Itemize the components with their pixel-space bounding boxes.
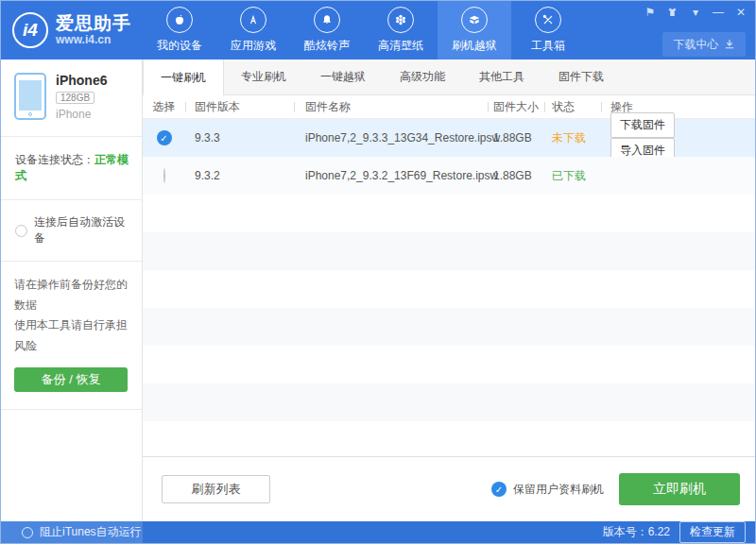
auto-activate-radio[interactable]: [15, 225, 27, 237]
bell-icon: [314, 7, 340, 33]
check-update-button[interactable]: 检查更新: [679, 521, 746, 543]
minimize-button[interactable]: —: [712, 6, 725, 19]
status-bar: 阻止iTunes自动运行 版本号：6.22 检查更新: [1, 521, 755, 543]
device-capacity-badge: 128GB: [56, 92, 94, 104]
firmware-size: 1.88GB: [488, 131, 544, 144]
auto-activate-label: 连接后自动激活设备: [34, 214, 134, 246]
tab-other-tools[interactable]: 其他工具: [462, 60, 541, 94]
tab-pro-flash[interactable]: 专业刷机: [224, 60, 303, 94]
tab-bar: 一键刷机 专业刷机 一键越狱 高级功能 其他工具 固件下载: [143, 60, 755, 95]
app-title: 爱思助手: [56, 14, 131, 34]
nav-my-device[interactable]: 我的设备: [143, 1, 216, 60]
version-label: 版本号：6.22: [603, 524, 670, 540]
refresh-list-button[interactable]: 刷新列表: [162, 475, 270, 503]
app-window: i4 爱思助手 www.i4.cn 我的设备 应用游戏: [0, 0, 756, 544]
warning-line2: 使用本工具请自行承担风险: [14, 315, 132, 356]
feedback-flag-icon[interactable]: ⚑: [644, 6, 657, 19]
sidebar: iPhone6 128GB iPhone 设备连接状态：正常模式 连接后自动激活…: [1, 60, 143, 521]
device-info: iPhone6 128GB iPhone: [1, 60, 142, 137]
flash-now-button[interactable]: 立即刷机: [619, 473, 740, 505]
nav-label: 高清壁纸: [378, 38, 423, 54]
titlebar: i4 爱思助手 www.i4.cn 我的设备 应用游戏: [1, 1, 755, 60]
download-center-button[interactable]: 下载中心: [662, 32, 746, 57]
device-model: iPhone: [56, 108, 107, 121]
column-version: 固件版本: [185, 95, 294, 119]
apple-icon: [166, 7, 193, 33]
close-button[interactable]: ✕: [734, 6, 747, 19]
package-icon: [461, 7, 488, 33]
block-itunes-option[interactable]: 阻止iTunes自动运行: [1, 521, 143, 543]
tab-one-click-jailbreak[interactable]: 一键越狱: [303, 60, 383, 94]
block-itunes-radio[interactable]: [22, 527, 33, 538]
nav-ringtones[interactable]: 酷炫铃声: [290, 1, 364, 60]
flower-icon: [387, 7, 414, 33]
firmware-size: 1.88GB: [488, 169, 544, 182]
tools-icon: [535, 7, 561, 33]
tab-firmware-download[interactable]: 固件下载: [541, 60, 621, 94]
table-row-933[interactable]: ✓ 9.3.3 iPhone7,2_9.3.3_13G34_Restore.ip…: [143, 119, 755, 157]
status-badge: 未下载: [544, 130, 601, 146]
nav-flash-jailbreak[interactable]: 刷机越狱: [438, 1, 511, 60]
checked-circle-icon[interactable]: ✓: [491, 482, 507, 497]
empty-rows-area: [143, 195, 755, 456]
backup-restore-button[interactable]: 备份 / 恢复: [14, 367, 128, 392]
unchecked-radio-icon[interactable]: [163, 168, 165, 183]
main-panel: 一键刷机 专业刷机 一键越狱 高级功能 其他工具 固件下载 选择 固件版本 固件…: [143, 60, 755, 521]
connection-status: 设备连接状态：正常模式: [1, 137, 142, 200]
appstore-icon: [240, 7, 266, 33]
firmware-version: 9.3.2: [185, 169, 294, 182]
checked-radio-icon[interactable]: ✓: [157, 130, 172, 145]
auto-activate-option[interactable]: 连接后自动激活设备: [1, 200, 142, 262]
block-itunes-label: 阻止iTunes自动运行: [40, 524, 142, 540]
download-center-label: 下载中心: [674, 37, 719, 53]
tab-one-click-flash[interactable]: 一键刷机: [143, 60, 224, 95]
nav-label: 应用游戏: [231, 38, 276, 54]
window-controls: ⚑ ▾ — ✕: [644, 6, 747, 19]
firmware-version: 9.3.3: [185, 131, 294, 144]
iphone-image: [14, 73, 46, 120]
nav-toolbox[interactable]: 工具箱: [511, 1, 585, 60]
status-badge: 已下载: [544, 168, 601, 184]
nav-label: 我的设备: [157, 38, 202, 54]
backup-warning: 请在操作前备份好您的数据 使用本工具请自行承担风险 备份 / 恢复: [1, 262, 142, 410]
app-url: www.i4.cn: [56, 34, 131, 46]
table-header: 选择 固件版本 固件名称 固件大小 状态 操作: [143, 95, 755, 119]
skin-icon[interactable]: [666, 7, 679, 18]
keep-user-data-label: 保留用户资料刷机: [513, 482, 604, 498]
column-size: 固件大小: [488, 95, 544, 119]
i4-logo-icon: i4: [12, 12, 48, 48]
app-logo: i4 爱思助手 www.i4.cn: [1, 1, 143, 60]
menu-icon[interactable]: ▾: [689, 6, 702, 19]
download-icon: [724, 39, 735, 50]
nav-label: 工具箱: [531, 38, 565, 54]
table-row-932[interactable]: 9.3.2 iPhone7,2_9.3.2_13F69_Restore.ipsw…: [143, 157, 755, 195]
nav-label: 酷炫铃声: [304, 38, 350, 54]
nav-wallpapers[interactable]: 高清壁纸: [364, 1, 438, 60]
warning-line1: 请在操作前备份好您的数据: [14, 275, 132, 315]
firmware-name: iPhone7,2_9.3.2_13F69_Restore.ipsw: [294, 169, 488, 182]
connection-label: 设备连接状态：: [15, 153, 94, 166]
firmware-list: ✓ 9.3.3 iPhone7,2_9.3.3_13G34_Restore.ip…: [143, 119, 755, 457]
nav-label: 刷机越狱: [452, 38, 497, 54]
keep-user-data-option[interactable]: ✓ 保留用户资料刷机: [491, 482, 604, 498]
tab-advanced[interactable]: 高级功能: [383, 60, 462, 94]
firmware-name: iPhone7,2_9.3.3_13G34_Restore.ipsw: [294, 131, 488, 144]
device-name: iPhone6: [56, 73, 107, 88]
column-name: 固件名称: [294, 95, 488, 119]
action-footer: 刷新列表 ✓ 保留用户资料刷机 立即刷机: [143, 457, 755, 521]
column-status: 状态: [544, 95, 601, 119]
main-nav: 我的设备 应用游戏 酷炫铃声 高清壁纸: [143, 1, 585, 60]
column-select: 选择: [143, 95, 185, 119]
column-actions: 操作: [601, 95, 755, 119]
nav-apps-games[interactable]: 应用游戏: [216, 1, 290, 60]
